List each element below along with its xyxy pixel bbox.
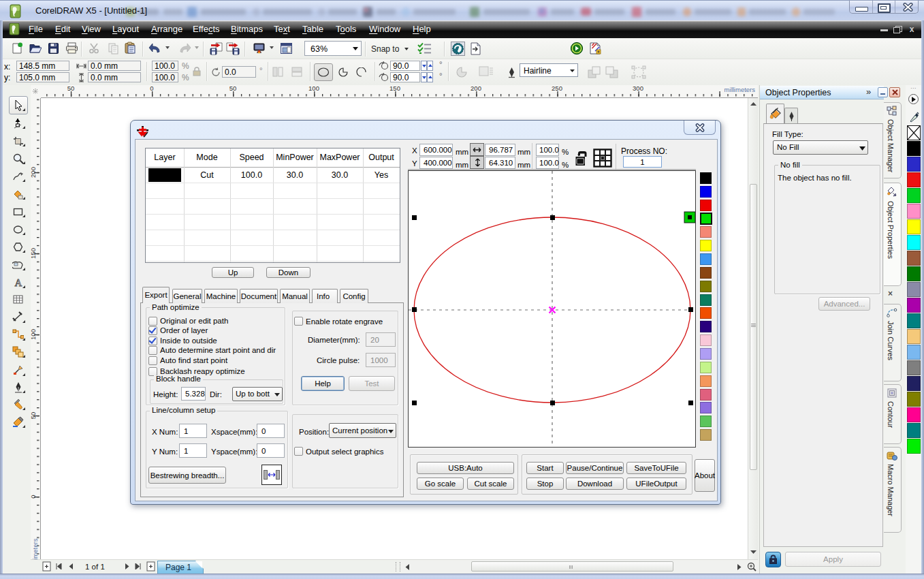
- svg-text:millimeters: millimeters: [724, 86, 756, 93]
- svg-text:150: 150: [31, 248, 37, 259]
- svg-text:200: 200: [31, 167, 37, 178]
- svg-text:150: 150: [389, 85, 400, 92]
- svg-text:50: 50: [229, 85, 237, 92]
- svg-text:200: 200: [471, 85, 481, 92]
- svg-text:0: 0: [31, 495, 37, 498]
- svg-text:300: 300: [633, 85, 643, 92]
- svg-text:50: 50: [31, 412, 37, 420]
- svg-text:250: 250: [552, 85, 562, 92]
- svg-text:100: 100: [31, 329, 37, 340]
- svg-text:100: 100: [308, 85, 319, 92]
- svg-text:0: 0: [150, 85, 153, 92]
- svg-text:50: 50: [67, 85, 75, 92]
- svg-text:A: A: [15, 277, 22, 287]
